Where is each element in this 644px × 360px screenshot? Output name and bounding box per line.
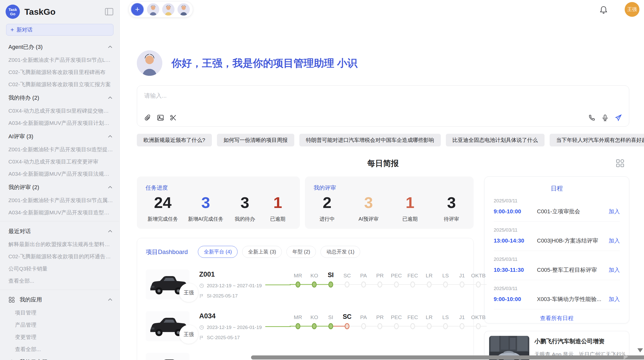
scroll-right-arrow-icon[interactable] <box>624 354 628 359</box>
view-all-chats-link[interactable]: 查看全部... <box>0 275 120 287</box>
event-join-link[interactable]: 加入 <box>609 208 620 215</box>
scissors-icon[interactable] <box>170 114 177 121</box>
chevron-up-icon[interactable] <box>107 185 113 190</box>
scroll-down-arrow-icon[interactable] <box>637 348 643 352</box>
chevron-up-icon[interactable] <box>107 134 113 139</box>
dashboard-filter-pill[interactable]: 全新上装 (3) <box>242 246 282 258</box>
milestone-dot[interactable] <box>410 281 415 288</box>
mic-icon[interactable] <box>602 114 609 121</box>
suggestion-chip[interactable]: 比亚迪全固态电池计划具体说了什么 <box>446 134 545 146</box>
milestone-dot[interactable] <box>394 323 399 329</box>
milestone-dot[interactable] <box>410 323 415 329</box>
milestone-dot[interactable] <box>460 323 464 329</box>
sidebar-section-title: 我的评审 (2) <box>8 184 107 191</box>
milestone-dot[interactable] <box>345 323 349 329</box>
sidebar-task-item[interactable]: A034-全新新能源MUV产品开发项目造型可行性评审 <box>0 206 120 219</box>
event-join-link[interactable]: 加入 <box>609 295 620 303</box>
chevron-up-icon[interactable] <box>107 229 113 234</box>
chevron-up-icon[interactable] <box>107 297 113 303</box>
sidebar-link-cloud[interactable]: 我的云空间 <box>0 355 120 360</box>
milestone-dot[interactable] <box>394 281 399 288</box>
milestone-dot[interactable] <box>361 323 366 329</box>
sidebar-task-item[interactable]: Z001-全新燃油轻卡产品开发项目SI节点属性5D文件评审 <box>0 194 120 206</box>
dashboard-filter-pill[interactable]: 全新平台 (4) <box>198 246 238 258</box>
recent-chats-header[interactable]: 最近对话 <box>0 224 120 238</box>
sidebar-task-item[interactable]: C02-飞腾新能源轻客改款项目立项汇报方案 <box>0 78 120 91</box>
milestone-label: SI <box>328 311 333 320</box>
milestone-dot[interactable] <box>427 323 432 329</box>
recent-chat-item[interactable]: 解释最新出台的欧盟报废车法规再生塑料比例被调至15%... <box>0 238 120 250</box>
milestone-dot[interactable] <box>296 281 300 288</box>
add-agent-button[interactable]: + <box>131 3 144 16</box>
milestone-pec: PEC <box>388 269 405 288</box>
sidebar-task-item[interactable]: A034-全新新能源MUV产品开发项目法规符合性评审 <box>0 168 120 180</box>
suggestion-chip[interactable]: 特朗普可能对进口汽车增税会对中国车企造成哪些影响 <box>299 134 441 146</box>
sidebar-section-header[interactable]: Agent已办 (3) <box>0 40 120 54</box>
milestone-dot[interactable] <box>377 281 382 288</box>
event-join-link[interactable]: 加入 <box>609 237 620 245</box>
plus-icon: + <box>10 26 14 33</box>
user-avatar[interactable]: 王强 <box>625 2 639 17</box>
milestone-dot[interactable] <box>476 281 481 288</box>
chevron-up-icon[interactable] <box>107 44 113 50</box>
project-rows: 王强Z0012023-12-19 ~ 2027-01-19SI-2025-05-… <box>146 269 465 360</box>
stat-card-title: 我的评审 <box>314 184 465 192</box>
milestone-dot[interactable] <box>312 281 317 288</box>
sidebar-task-item[interactable]: Z001-全新燃油皮卡产品开发项目SI节点Lesson Learn报告 <box>0 54 120 66</box>
sidebar-task-item[interactable]: A034-全新新能源MUV产品开发项目计划变更表编写 <box>0 117 120 129</box>
recent-chat-item[interactable]: 公司Q3轻卡销量 <box>0 263 120 275</box>
send-icon[interactable] <box>615 114 622 121</box>
view-all-schedule-link[interactable]: 查看所有日程 <box>494 314 620 322</box>
milestone-dot[interactable] <box>312 323 317 329</box>
notification-bell-icon[interactable] <box>599 6 608 14</box>
sidebar-section-header[interactable]: 我的待办 (2) <box>0 91 120 105</box>
my-apps-header[interactable]: 我的应用 <box>0 292 120 307</box>
milestone-dot[interactable] <box>443 281 448 288</box>
milestone-dot[interactable] <box>328 281 333 288</box>
my-apps-item[interactable]: 产品管理 <box>0 319 120 331</box>
recent-chat-item[interactable]: C02-飞腾新能源轻客改款项目的闭环通告反馈情况 <box>0 250 120 263</box>
layout-grid-icon[interactable] <box>615 158 625 168</box>
my-apps-item[interactable]: 项目管理 <box>0 307 120 319</box>
my-apps-item[interactable]: 查看全部... <box>0 343 120 355</box>
milestone-dot[interactable] <box>427 281 432 288</box>
milestone-dot[interactable] <box>345 281 349 288</box>
phone-icon[interactable] <box>588 114 595 121</box>
horizontal-scrollbar-thumb[interactable] <box>251 355 644 359</box>
suggestion-chip[interactable]: 如何写一份清晰的项目周报 <box>217 134 294 146</box>
milestone-dot[interactable] <box>361 281 366 288</box>
collapse-sidebar-icon[interactable] <box>105 8 113 16</box>
event-join-link[interactable]: 加入 <box>609 266 620 274</box>
sidebar-task-item[interactable]: C0X4-动力总成开发项目SI里程碑提交物检查 <box>0 105 120 117</box>
project-owner-badge: 王强 <box>179 283 198 302</box>
project-dates: 2023-12-19 ~ 2027-01-19 <box>199 283 265 289</box>
my-apps-item[interactable]: 变更管理 <box>0 331 120 343</box>
milestone-dot[interactable] <box>476 323 481 329</box>
sidebar-section-header[interactable]: AI评审 (3) <box>0 129 120 143</box>
agent-avatar-2[interactable] <box>162 3 174 16</box>
milestone-dot[interactable] <box>460 281 464 288</box>
milestone-dot[interactable] <box>443 323 448 329</box>
agent-avatar-1[interactable] <box>147 3 159 16</box>
sidebar-task-item[interactable]: C02-飞腾新能源轻客改款项目里程碑画布 <box>0 66 120 78</box>
new-chat-button[interactable]: + 新对话 <box>6 24 113 36</box>
dashboard-filter-pill[interactable]: 年型 (2) <box>286 246 316 258</box>
suggestion-chip[interactable]: 当下年轻人对汽车外观有怎样的喜好趋势 <box>550 134 644 146</box>
milestone-dot[interactable] <box>377 323 382 329</box>
sidebar-section-header[interactable]: 我的评审 (2) <box>0 180 120 194</box>
chat-input[interactable] <box>144 92 622 114</box>
stat-label: 新增AI完成任务 <box>188 216 223 222</box>
sidebar-task-item[interactable]: C0X4-动力总成开发项目工程变更评审 <box>0 156 120 168</box>
dashboard-filter-pill[interactable]: 动总开发 (1) <box>320 246 360 258</box>
stat-item: 3待评审 <box>440 194 463 222</box>
suggestion-chip[interactable]: 欧洲新规最近颁布了什么? <box>137 134 212 146</box>
agent-avatar-3[interactable] <box>178 3 190 16</box>
chevron-up-icon[interactable] <box>107 95 113 101</box>
image-icon[interactable] <box>157 114 164 121</box>
milestone-dot[interactable] <box>296 323 300 329</box>
sidebar-task-item[interactable]: Z001-全新燃油轻卡产品开发项目SI造型提交物评审 <box>0 143 120 156</box>
milestone-dot[interactable] <box>328 323 333 329</box>
horizontal-scrollbar-track[interactable] <box>251 355 608 359</box>
project-dates: 2023-12-19 ~ 2026-01-19 <box>199 325 265 330</box>
attachment-icon[interactable] <box>144 114 151 121</box>
